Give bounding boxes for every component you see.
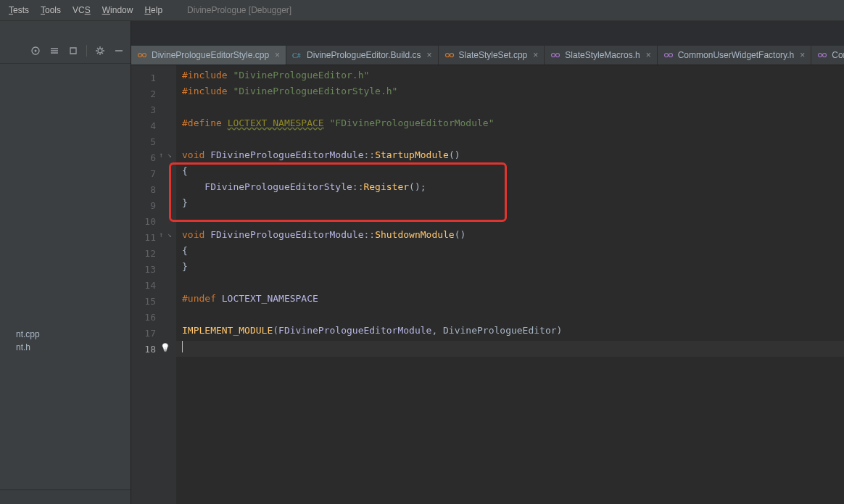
- code-line[interactable]: [176, 341, 844, 357]
- line-number[interactable]: 8: [131, 181, 176, 197]
- svg-point-12: [819, 54, 822, 57]
- line-number[interactable]: 7: [131, 165, 176, 181]
- cpp-file-icon: [444, 50, 455, 60]
- svg-point-7: [450, 54, 453, 57]
- window-title: DivinePrologue [Debugger]: [187, 5, 291, 15]
- line-number[interactable]: 15: [131, 293, 176, 309]
- svg-point-11: [669, 54, 672, 57]
- code-line[interactable]: #include "DivinePrologueEditor.h": [176, 70, 844, 86]
- code-line[interactable]: }: [176, 197, 844, 213]
- code-line[interactable]: IMPLEMENT_MODULE(FDivinePrologueEditorMo…: [176, 325, 844, 341]
- tab-label: SlateStyleSet.cpp: [459, 50, 528, 60]
- line-number[interactable]: 18💡: [131, 341, 176, 357]
- override-gutter-icon[interactable]: ↘: [167, 151, 172, 159]
- svg-point-6: [445, 54, 449, 57]
- tree-node[interactable]: nt.cpp: [1, 328, 129, 341]
- expand-icon[interactable]: [49, 45, 60, 57]
- svg-point-8: [552, 54, 555, 57]
- tab-label: CommonUserWidgetFactory.h: [678, 50, 795, 60]
- code-editor[interactable]: 123456↘↑7891011↘↑12131415161718💡 #includ…: [131, 65, 844, 504]
- editor-tab[interactable]: CommonUserWidgetFactory.h×: [658, 46, 812, 65]
- menu-help[interactable]: Help: [140, 4, 167, 17]
- gear-icon[interactable]: [94, 45, 106, 57]
- hide-icon[interactable]: [113, 45, 125, 57]
- menu-window[interactable]: Window: [98, 4, 138, 17]
- caret: [182, 341, 183, 352]
- project-tree[interactable]: nt.cppnt.h: [0, 64, 131, 489]
- line-number[interactable]: 11↘↑: [131, 229, 176, 245]
- local-changes-stripe[interactable]: [0, 489, 131, 504]
- header-file-icon: [663, 50, 674, 60]
- override-gutter-icon[interactable]: ↘: [167, 231, 172, 239]
- editor-tab[interactable]: Commo×: [811, 46, 844, 65]
- line-number[interactable]: 14: [131, 277, 176, 293]
- code-line[interactable]: void FDivinePrologueEditorModule::Startu…: [176, 149, 844, 165]
- editor-pane: DivinePrologueEditorStyle.cpp×C#DivinePr…: [131, 21, 844, 504]
- tab-label: SlateStyleMacros.h: [565, 50, 640, 60]
- menu-tools[interactable]: Tools: [36, 4, 65, 17]
- tab-label: Commo: [832, 50, 844, 60]
- code-area[interactable]: #include "DivinePrologueEditor.h"#includ…: [176, 65, 844, 504]
- close-icon[interactable]: ×: [275, 50, 280, 60]
- code-line[interactable]: #include "DivinePrologueEditorStyle.h": [176, 86, 844, 102]
- code-line[interactable]: void FDivinePrologueEditorModule::Shutdo…: [176, 229, 844, 245]
- csharp-file-icon: C#: [292, 50, 302, 60]
- main-row: nt.cppnt.h DivinePrologueEditorStyle.cpp…: [0, 21, 844, 504]
- code-line[interactable]: [176, 102, 844, 117]
- line-number[interactable]: 2: [131, 86, 176, 102]
- svg-point-13: [823, 54, 827, 57]
- collapse-icon[interactable]: [67, 45, 79, 57]
- code-line[interactable]: #undef LOCTEXT_NAMESPACE: [176, 293, 844, 309]
- line-number[interactable]: 6↘↑: [131, 149, 176, 165]
- target-icon[interactable]: [30, 45, 41, 57]
- close-icon[interactable]: ×: [427, 50, 432, 60]
- svg-point-1: [35, 50, 37, 52]
- code-line[interactable]: [176, 213, 844, 229]
- editor-tab[interactable]: SlateStyleMacros.h×: [545, 46, 657, 65]
- line-number[interactable]: 17: [131, 325, 176, 341]
- line-number[interactable]: 16: [131, 309, 176, 325]
- menu-vcs[interactable]: VCS: [68, 4, 95, 17]
- close-icon[interactable]: ×: [533, 50, 538, 60]
- line-number[interactable]: 13: [131, 261, 176, 277]
- project-sidebar: nt.cppnt.h: [0, 21, 131, 504]
- line-number[interactable]: 4: [131, 117, 176, 133]
- header-file-icon: [817, 50, 827, 60]
- editor-tabs: DivinePrologueEditorStyle.cpp×C#DivinePr…: [131, 46, 844, 65]
- close-icon[interactable]: ×: [800, 50, 805, 60]
- up-gutter-icon[interactable]: ↑: [159, 151, 163, 159]
- code-line[interactable]: {: [176, 245, 844, 261]
- bulb-icon[interactable]: 💡: [160, 343, 170, 352]
- code-line[interactable]: [176, 309, 844, 325]
- line-number[interactable]: 10: [131, 213, 176, 229]
- code-line[interactable]: }: [176, 261, 844, 277]
- code-line[interactable]: #define LOCTEXT_NAMESPACE "FDivineProlog…: [176, 117, 844, 133]
- close-icon[interactable]: ×: [646, 50, 651, 60]
- sidebar-toolbar: [0, 38, 131, 64]
- cpp-file-icon: [137, 50, 147, 60]
- svg-text:C#: C#: [292, 51, 301, 59]
- tab-label: DivinePrologueEditor.Build.cs: [307, 50, 421, 60]
- line-number[interactable]: 3: [131, 102, 176, 117]
- menu-tests[interactable]: Tests: [4, 4, 33, 17]
- code-line[interactable]: [176, 277, 844, 293]
- svg-point-3: [138, 54, 142, 57]
- svg-point-2: [98, 49, 102, 53]
- up-gutter-icon[interactable]: ↑: [159, 231, 163, 239]
- code-line[interactable]: [176, 133, 844, 149]
- divider: [86, 45, 87, 57]
- header-file-icon: [550, 50, 560, 60]
- code-line[interactable]: FDivinePrologueEditorStyle::Register();: [176, 181, 844, 197]
- editor-tab[interactable]: DivinePrologueEditorStyle.cpp×: [131, 46, 286, 65]
- svg-point-4: [143, 54, 146, 57]
- editor-tab[interactable]: C#DivinePrologueEditor.Build.cs×: [286, 46, 438, 65]
- line-number[interactable]: 12: [131, 245, 176, 261]
- code-line[interactable]: {: [176, 165, 844, 181]
- gutter: 123456↘↑7891011↘↑12131415161718💡: [131, 65, 176, 504]
- line-number[interactable]: 5: [131, 133, 176, 149]
- editor-tab[interactable]: SlateStyleSet.cpp×: [439, 46, 545, 65]
- tree-node[interactable]: nt.h: [1, 341, 129, 354]
- line-number[interactable]: 9: [131, 197, 176, 213]
- line-number[interactable]: 1: [131, 70, 176, 86]
- tab-label: DivinePrologueEditorStyle.cpp: [152, 50, 269, 60]
